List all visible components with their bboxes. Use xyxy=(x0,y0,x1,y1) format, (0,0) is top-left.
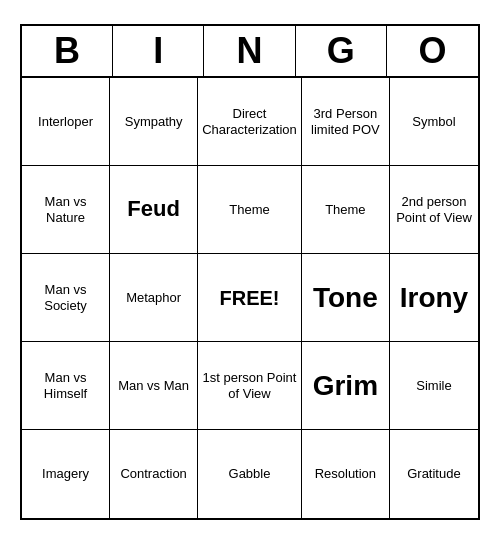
header-letter: B xyxy=(22,26,113,76)
bingo-cell: Theme xyxy=(302,166,390,254)
bingo-cell: 1st person Point of View xyxy=(198,342,302,430)
bingo-cell: Gabble xyxy=(198,430,302,518)
header-letter: N xyxy=(204,26,295,76)
bingo-cell: Irony xyxy=(390,254,478,342)
bingo-cell: Metaphor xyxy=(110,254,198,342)
bingo-header: BINGO xyxy=(22,26,478,78)
bingo-cell: Tone xyxy=(302,254,390,342)
header-letter: G xyxy=(296,26,387,76)
header-letter: O xyxy=(387,26,478,76)
bingo-cell: Simile xyxy=(390,342,478,430)
bingo-cell: Man vs Man xyxy=(110,342,198,430)
bingo-cell: Interloper xyxy=(22,78,110,166)
bingo-cell: Theme xyxy=(198,166,302,254)
bingo-cell: Contraction xyxy=(110,430,198,518)
header-letter: I xyxy=(113,26,204,76)
bingo-cell: Feud xyxy=(110,166,198,254)
bingo-cell: 3rd Person limited POV xyxy=(302,78,390,166)
bingo-card: BINGO InterloperSympathyDirect Character… xyxy=(20,24,480,520)
bingo-cell: FREE! xyxy=(198,254,302,342)
bingo-cell: Imagery xyxy=(22,430,110,518)
bingo-cell: Man vs Nature xyxy=(22,166,110,254)
bingo-cell: Man vs Himself xyxy=(22,342,110,430)
bingo-cell: Symbol xyxy=(390,78,478,166)
bingo-grid: InterloperSympathyDirect Characterizatio… xyxy=(22,78,478,518)
bingo-cell: Grim xyxy=(302,342,390,430)
bingo-cell: Direct Characterization xyxy=(198,78,302,166)
bingo-cell: Gratitude xyxy=(390,430,478,518)
bingo-cell: Man vs Society xyxy=(22,254,110,342)
bingo-cell: Resolution xyxy=(302,430,390,518)
bingo-cell: Sympathy xyxy=(110,78,198,166)
bingo-cell: 2nd person Point of View xyxy=(390,166,478,254)
